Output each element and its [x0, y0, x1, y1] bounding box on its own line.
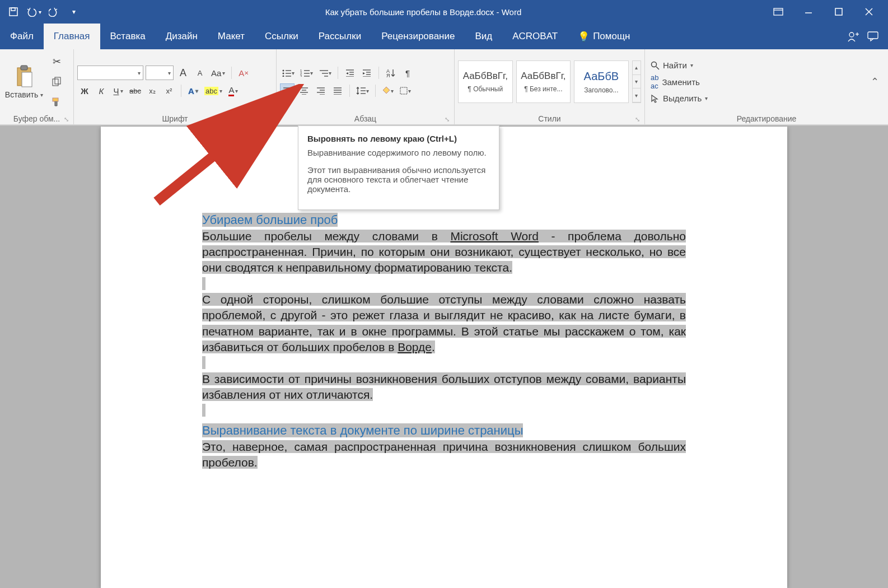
tab-insert[interactable]: Вставка [100, 24, 156, 49]
paste-button[interactable]: Вставить▾ [3, 64, 45, 99]
cut-button[interactable]: ✂ [49, 54, 64, 69]
doc-p2-link: Ворде [398, 340, 432, 353]
clear-formatting-button[interactable]: A✕ [236, 66, 251, 80]
find-button[interactable]: Найти▾ [651, 60, 708, 70]
tab-references[interactable]: Ссылки [255, 24, 309, 49]
font-group-label: Шрифт [162, 114, 188, 123]
tab-mailings[interactable]: Рассылки [309, 24, 371, 49]
close-button[interactable] [859, 3, 879, 20]
share-icon[interactable] [847, 30, 859, 43]
ribbon: Вставить▾ ✂ Буфер обм...⤡ ▾ ▾ A A Aa▾ [0, 49, 888, 125]
tab-acrobat[interactable]: ACROBAT [502, 24, 568, 49]
svg-rect-62 [400, 87, 407, 94]
format-painter-button[interactable] [49, 95, 64, 109]
align-center-button[interactable] [297, 83, 311, 98]
tab-layout[interactable]: Макет [208, 24, 255, 49]
superscript-button[interactable]: x² [162, 83, 176, 98]
svg-point-18 [283, 70, 284, 72]
bold-button[interactable]: Ж [77, 83, 92, 98]
paste-label: Вставить [5, 90, 38, 99]
document-title: Как убрать большие пробелы в Ворде.docx … [87, 7, 759, 17]
undo-button[interactable]: ▾ [26, 4, 41, 20]
paragraph-launcher[interactable]: ⤡ [445, 116, 450, 123]
svg-point-20 [283, 73, 284, 74]
shading-button[interactable]: ▾ [380, 83, 395, 98]
font-name-combo[interactable]: ▾ [77, 66, 143, 80]
svg-rect-14 [22, 72, 32, 87]
select-button[interactable]: Выделить▾ [651, 94, 708, 103]
doc-p1a: Большие пробелы между словами в [202, 230, 450, 242]
font-color-button[interactable]: A▾ [226, 83, 241, 98]
style-sample: АаБбВвГг, [521, 71, 565, 82]
italic-button[interactable]: К [94, 83, 109, 98]
style-name: ¶ Без инте... [524, 82, 562, 93]
tab-review[interactable]: Рецензирование [371, 24, 465, 49]
minimize-button[interactable] [798, 3, 819, 20]
grow-font-button[interactable]: A [176, 66, 190, 80]
bullets-button[interactable]: ▾ [280, 66, 296, 80]
show-marks-button[interactable]: ¶ [400, 66, 415, 80]
font-size-combo[interactable]: ▾ [146, 66, 174, 80]
save-button[interactable] [6, 4, 21, 20]
style-name: ¶ Обычный [468, 82, 503, 93]
tab-view[interactable]: Вид [465, 24, 502, 49]
svg-rect-0 [10, 8, 17, 16]
borders-button[interactable]: ▾ [398, 83, 413, 98]
style-no-spacing[interactable]: АаБбВвГг, ¶ Без инте... [516, 60, 571, 103]
svg-rect-2 [774, 8, 783, 15]
styles-launcher[interactable]: ⤡ [635, 116, 640, 123]
lightbulb-icon: 💡 [578, 31, 590, 43]
align-right-button[interactable] [314, 83, 328, 98]
qat-customize[interactable]: ▾ [66, 4, 82, 20]
style-sample: АаБбВвГг, [463, 71, 508, 82]
sort-button[interactable]: AЯ [384, 66, 398, 80]
editing-group-label: Редактирование [737, 114, 797, 123]
increase-indent-button[interactable] [359, 66, 374, 80]
doc-p2b: . [432, 340, 435, 353]
styles-gallery-scroll[interactable]: ▴▾▾ [632, 60, 641, 103]
clipboard-launcher[interactable]: ⤡ [64, 116, 69, 123]
comments-icon[interactable] [867, 31, 879, 42]
tell-me[interactable]: 💡 Помощн [568, 24, 640, 49]
strikethrough-button[interactable]: abc [128, 83, 143, 98]
paragraph-group-label: Абзац [354, 114, 376, 123]
style-name: Заголово... [584, 83, 618, 94]
title-bar: ▾ ▾ Как убрать большие пробелы в Ворде.d… [0, 0, 888, 24]
maximize-button[interactable] [829, 3, 849, 20]
replace-button[interactable]: abac Заменить [651, 73, 708, 90]
style-heading1[interactable]: АаБбВ Заголово... [574, 60, 629, 103]
doc-heading-2: Выравнивание текста в документе по ширин… [202, 423, 523, 437]
copy-button[interactable] [49, 74, 64, 89]
replace-label: Заменить [662, 77, 699, 87]
align-left-button[interactable] [280, 83, 295, 98]
quick-access-toolbar: ▾ ▾ [0, 4, 87, 20]
svg-rect-13 [21, 66, 27, 70]
multilevel-list-button[interactable]: ▾ [317, 66, 333, 80]
tab-design[interactable]: Дизайн [156, 24, 208, 49]
svg-line-64 [656, 67, 659, 69]
shrink-font-button[interactable]: A [193, 66, 207, 80]
svg-rect-5 [835, 8, 842, 15]
ribbon-display-icon[interactable] [768, 3, 788, 20]
tab-file[interactable]: Файл [0, 24, 44, 49]
highlight-button[interactable]: abc▾ [203, 83, 224, 98]
text-effects-button[interactable]: A▾ [186, 83, 200, 98]
clipboard-group-label: Буфер обм... [13, 114, 60, 123]
line-spacing-button[interactable]: ▾ [354, 83, 371, 98]
change-case-button[interactable]: Aa▾ [209, 66, 227, 80]
styles-group-label: Стили [538, 114, 560, 123]
tell-me-label: Помощн [593, 31, 630, 42]
redo-button[interactable] [46, 4, 62, 20]
font-launcher[interactable]: ⤡ [267, 116, 272, 123]
doc-p1-link: Microsoft Word [450, 230, 539, 242]
svg-rect-17 [53, 98, 58, 101]
style-normal[interactable]: АаБбВвГг, ¶ Обычный [458, 60, 513, 103]
collapse-ribbon-button[interactable]: ⌃ [865, 76, 885, 88]
numbering-button[interactable]: 123▾ [298, 66, 315, 80]
ribbon-tabs: Файл Главная Вставка Дизайн Макет Ссылки… [0, 24, 888, 49]
tab-home[interactable]: Главная [44, 24, 100, 49]
decrease-indent-button[interactable] [343, 66, 357, 80]
align-justify-button[interactable] [330, 83, 345, 98]
subscript-button[interactable]: x₂ [145, 83, 160, 98]
underline-button[interactable]: Ч▾ [111, 83, 125, 98]
